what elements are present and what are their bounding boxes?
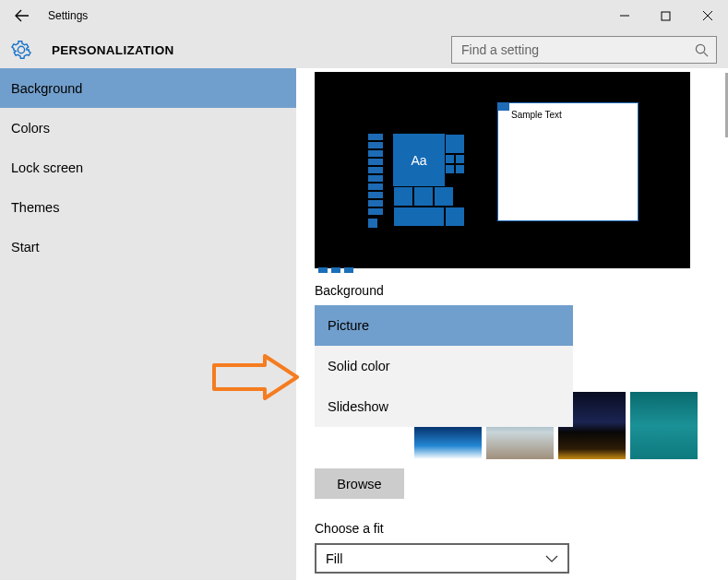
sidebar-item-lock-screen[interactable]: Lock screen <box>0 148 296 187</box>
back-button[interactable] <box>7 1 37 30</box>
window-title: Settings <box>48 9 88 22</box>
fit-label: Choose a fit <box>315 521 710 536</box>
header: PERSONALIZATION <box>0 31 728 68</box>
close-button[interactable] <box>686 2 728 30</box>
start-list-preview <box>368 134 383 230</box>
taskbar-preview <box>315 260 690 268</box>
search-input[interactable] <box>461 42 695 57</box>
tile-aa: Aa <box>393 134 445 186</box>
sidebar-item-themes[interactable]: Themes <box>0 187 296 227</box>
minimize-button[interactable] <box>603 2 645 30</box>
main-layout: Background Colors Lock screen Themes Sta… <box>0 68 728 580</box>
sidebar-item-label: Colors <box>11 121 50 136</box>
search-box[interactable] <box>451 36 717 64</box>
chevron-down-icon <box>545 555 558 562</box>
window-controls <box>603 2 728 30</box>
sidebar-item-label: Lock screen <box>11 160 83 175</box>
close-icon <box>702 10 713 21</box>
back-arrow-icon <box>15 8 30 23</box>
fit-dropdown[interactable]: Fill <box>315 543 569 574</box>
maximize-button[interactable] <box>645 2 686 30</box>
svg-rect-1 <box>662 12 670 20</box>
sidebar-item-start[interactable]: Start <box>0 227 296 266</box>
search-icon <box>695 43 709 57</box>
sidebar: Background Colors Lock screen Themes Sta… <box>0 68 296 580</box>
maximize-icon <box>661 11 671 21</box>
sidebar-item-label: Background <box>11 81 82 96</box>
sample-window: Sample Text <box>497 102 638 221</box>
sidebar-item-label: Start <box>11 240 40 254</box>
desktop-preview: Aa Sample Text <box>315 72 690 268</box>
svg-line-3 <box>704 52 708 55</box>
content-pane: Aa Sample Text Backgrou <box>296 68 728 580</box>
sample-text-label: Sample Text <box>511 110 562 120</box>
dropdown-option-solid-color[interactable]: Solid color <box>315 346 573 386</box>
titlebar: Settings <box>0 0 728 31</box>
dropdown-option-picture[interactable]: Picture <box>315 305 573 346</box>
dropdown-option-label: Picture <box>328 318 369 333</box>
thumbnail[interactable] <box>630 392 698 459</box>
background-dropdown[interactable]: Picture Solid color Slideshow <box>315 305 573 427</box>
fit-value: Fill <box>326 551 343 566</box>
browse-button[interactable]: Browse <box>315 468 404 499</box>
background-label: Background <box>315 283 710 298</box>
sidebar-item-background[interactable]: Background <box>0 68 296 108</box>
sidebar-item-colors[interactable]: Colors <box>0 108 296 148</box>
settings-gear-icon <box>11 40 31 60</box>
svg-point-2 <box>696 44 704 53</box>
start-tiles-preview: Aa <box>393 134 465 227</box>
dropdown-option-label: Solid color <box>328 359 390 373</box>
annotation-arrow <box>209 354 302 404</box>
dropdown-option-slideshow[interactable]: Slideshow <box>315 386 573 427</box>
minimize-icon <box>619 10 630 21</box>
sidebar-item-label: Themes <box>11 200 59 215</box>
dropdown-option-label: Slideshow <box>328 399 388 414</box>
section-title: PERSONALIZATION <box>52 43 174 57</box>
